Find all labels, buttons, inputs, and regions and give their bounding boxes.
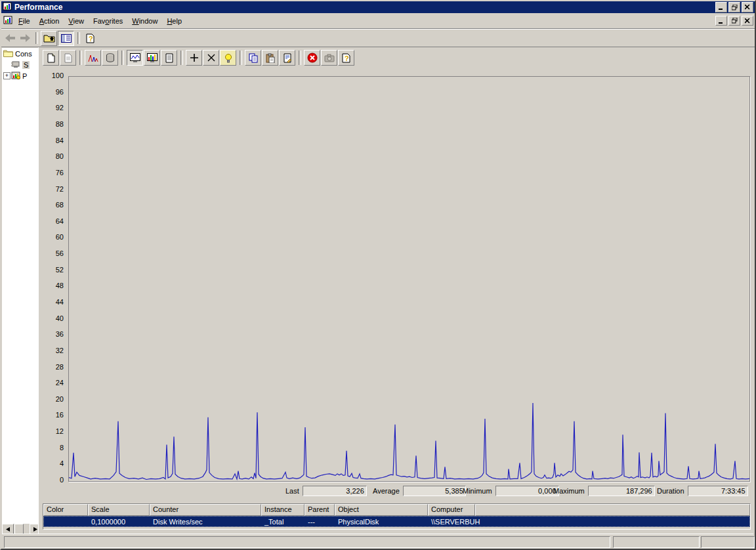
counter-row-selected[interactable]: 0,1000000 Disk Writes/sec _Total --- Phy… [43,516,750,527]
menu-file[interactable]: File [14,16,35,26]
column-header-parent[interactable]: Parent [304,504,335,516]
view-log-data-button[interactable] [102,50,118,66]
back-icon[interactable] [4,32,17,44]
counter-color-swatch [44,518,89,526]
system-monitor-icon [11,60,20,70]
stat-minimum: Minimum 0,000 [463,485,559,497]
system-monitor-toolbar: ? [43,49,754,66]
y-axis: 1009692888480767268646056524844403632282… [41,47,66,534]
freeze-display-button[interactable] [304,50,320,66]
show-hide-console-tree-button[interactable] [58,31,74,46]
column-header-computer[interactable]: Computer [428,504,475,516]
highlight-button[interactable] [220,50,236,66]
counter-parent: --- [305,518,335,526]
child-close-button[interactable] [742,16,753,26]
counter-instance: _Total [262,518,305,526]
y-tick-label: 44 [44,298,64,306]
stat-label: Maximum [553,487,585,495]
menu-favorites[interactable]: Favorites [89,16,127,26]
stat-last: Last 3,226 [285,485,367,497]
y-tick-label: 48 [44,282,64,289]
help-context-button[interactable]: ? [338,50,354,66]
restore-button[interactable] [728,2,740,12]
y-tick-label: 16 [44,411,64,419]
y-tick-label: 84 [44,137,64,144]
y-tick-label: 68 [44,201,64,209]
y-tick-label: 88 [44,120,64,128]
console-workspace: Cons S + P [1,47,755,534]
y-tick-label: 56 [44,249,64,257]
scroll-left-icon[interactable] [2,524,14,535]
properties-button[interactable] [279,50,295,66]
counter-name: Disk Writes/sec [150,518,262,526]
y-tick-label: 80 [44,152,64,160]
scroll-right-icon[interactable] [30,524,38,535]
counter-computer: \\SERVERBUH [429,518,482,526]
system-monitor-view: ? 10096928884807672686460565248444036322… [41,47,754,534]
y-tick-label: 24 [44,379,64,387]
tree-item-system-monitor[interactable]: S [2,59,38,70]
stat-maximum: Maximum 187,296 [553,485,655,497]
counter-object: PhysicalDisk [335,518,429,526]
column-header-counter[interactable]: Counter [150,504,261,516]
menu-items: FileActionViewFavoritesWindowHelp [14,16,186,26]
tree-item-label: Cons [15,50,32,58]
y-tick-label: 76 [44,169,64,177]
legend-header-row: Color Scale Counter Instance Parent Obje… [43,504,750,516]
menu-help[interactable]: Help [162,16,186,26]
toolbar-separator [240,51,242,65]
minimize-button[interactable] [715,2,727,12]
status-panel-main [4,536,610,548]
update-data-button[interactable] [321,50,337,66]
y-tick-label: 64 [44,217,64,225]
menu-view[interactable]: View [64,16,89,26]
window-title: Performance [14,3,714,12]
forward-icon[interactable] [18,32,32,44]
up-one-level-button[interactable] [41,31,57,46]
performance-logs-icon [11,71,20,81]
column-header-scale[interactable]: Scale [88,504,150,516]
counter-scale: 0,1000000 [89,518,150,526]
status-bar [3,534,753,547]
title-bar: Performance [1,1,755,13]
view-graph-button[interactable] [127,50,143,66]
svg-text:?: ? [89,35,93,43]
scrollbar-thumb[interactable] [14,524,24,535]
toolbar-separator [180,51,183,65]
child-minimize-button[interactable] [715,16,727,26]
counter-line-series [69,403,749,479]
chart-plot-area [68,76,750,482]
column-header-color[interactable]: Color [43,504,88,516]
column-header-object[interactable]: Object [335,504,428,516]
child-restore-button[interactable] [728,16,740,26]
expand-icon[interactable]: + [3,72,10,79]
y-tick-label: 92 [44,104,64,112]
tree-item-performance-logs[interactable]: + P [2,70,38,81]
view-current-activity-button[interactable] [85,50,101,66]
menu-action[interactable]: Action [35,16,64,26]
view-histogram-button[interactable] [144,50,160,66]
y-tick-label: 96 [44,88,64,96]
tree-horizontal-scrollbar[interactable] [2,524,38,534]
toolbar-separator [77,32,80,44]
stat-value: 187,296 [588,486,655,496]
view-report-button[interactable] [161,50,177,66]
column-header-instance[interactable]: Instance [261,504,304,516]
menu-bar: FileActionViewFavoritesWindowHelp [1,13,755,29]
tree-item-label: P [22,72,27,80]
y-tick-label: 12 [44,427,64,435]
column-header-filler [475,504,750,516]
copy-properties-button[interactable] [245,50,261,66]
close-button[interactable] [742,2,753,12]
stat-label: Duration [657,487,684,495]
add-counter-button[interactable] [186,50,202,66]
delete-counter-button[interactable] [203,50,219,66]
child-window-icon [3,16,12,26]
counter-legend: Color Scale Counter Instance Parent Obje… [43,503,751,530]
menu-window[interactable]: Window [127,16,162,26]
folder-icon [3,49,13,58]
help-button[interactable]: ? [83,32,98,45]
paste-counter-list-button[interactable] [262,50,278,66]
tree-item-console-root[interactable]: Cons [2,48,38,59]
status-panel-2 [613,536,700,548]
